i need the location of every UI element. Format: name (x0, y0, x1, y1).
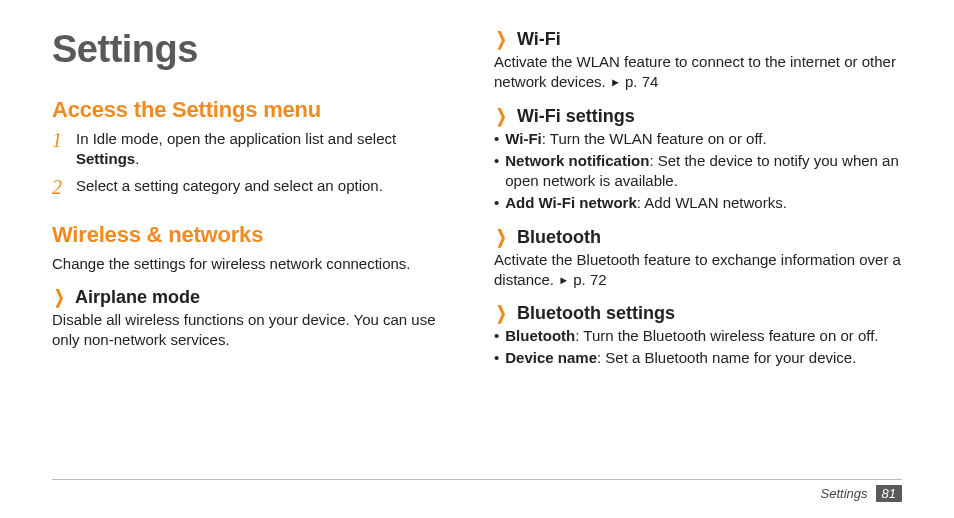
footer-page-number: 81 (876, 485, 902, 502)
bluetooth-settings-item-0-bold: Bluetooth (505, 327, 575, 344)
chevron-right-icon: ❯ (496, 28, 507, 50)
wifi-settings-item-0-bold: Wi-Fi (505, 130, 542, 147)
wifi-heading: Wi-Fi (517, 29, 561, 50)
chevron-right-icon: ❯ (496, 302, 507, 324)
step-1-post: . (135, 150, 139, 167)
left-column: Settings Access the Settings menu 1 In I… (52, 28, 460, 478)
footer-section-label: Settings (821, 486, 868, 501)
bluetooth-heading-row: ❯ Bluetooth (494, 226, 902, 248)
step-1-bold: Settings (76, 150, 135, 167)
step-2-number: 2 (52, 176, 68, 198)
bullet-icon: • (494, 326, 499, 346)
bluetooth-body: Activate the Bluetooth feature to exchan… (494, 250, 902, 291)
bullet-icon: • (494, 193, 499, 213)
wireless-networks-body: Change the settings for wireless network… (52, 254, 460, 274)
bluetooth-settings-item-1-bold: Device name (505, 349, 597, 366)
bluetooth-settings-item-0: • Bluetooth: Turn the Bluetooth wireless… (494, 326, 902, 346)
bullet-icon: • (494, 129, 499, 149)
bullet-icon: • (494, 151, 499, 171)
wifi-settings-item-0-rest: : Turn the WLAN feature on or off. (542, 130, 767, 147)
page-title: Settings (52, 28, 460, 71)
step-1-text: In Idle mode, open the application list … (76, 129, 460, 170)
step-1: 1 In Idle mode, open the application lis… (52, 129, 460, 170)
wifi-body: Activate the WLAN feature to connect to … (494, 52, 902, 93)
wifi-settings-item-2-rest: : Add WLAN networks. (637, 194, 787, 211)
bluetooth-ref: p. 72 (573, 271, 606, 288)
step-2-pre: Select a setting category and select an … (76, 177, 383, 194)
chevron-right-icon: ❯ (496, 226, 507, 248)
wifi-settings-item-1-bold: Network notification (505, 152, 649, 169)
step-2-text: Select a setting category and select an … (76, 176, 383, 196)
step-2: 2 Select a setting category and select a… (52, 176, 460, 198)
step-1-pre: In Idle mode, open the application list … (76, 130, 396, 147)
wifi-settings-item-2-bold: Add Wi-Fi network (505, 194, 637, 211)
wifi-body-pre: Activate the WLAN feature to connect to … (494, 53, 896, 90)
wifi-settings-heading-row: ❯ Wi-Fi settings (494, 105, 902, 127)
step-1-number: 1 (52, 129, 68, 151)
wifi-heading-row: ❯ Wi-Fi (494, 28, 902, 50)
triangle-right-icon: ► (610, 75, 621, 90)
chevron-right-icon: ❯ (496, 105, 507, 127)
footer-rule (52, 479, 902, 480)
right-column: ❯ Wi-Fi Activate the WLAN feature to con… (494, 28, 902, 478)
chevron-right-icon: ❯ (54, 286, 65, 308)
wifi-settings-item-0: • Wi-Fi: Turn the WLAN feature on or off… (494, 129, 902, 149)
wifi-settings-item-2: • Add Wi-Fi network: Add WLAN networks. (494, 193, 902, 213)
wifi-ref: p. 74 (625, 73, 658, 90)
bullet-icon: • (494, 348, 499, 368)
bluetooth-body-pre: Activate the Bluetooth feature to exchan… (494, 251, 901, 288)
airplane-mode-heading: Airplane mode (75, 287, 200, 308)
bluetooth-settings-heading: Bluetooth settings (517, 303, 675, 324)
bluetooth-settings-heading-row: ❯ Bluetooth settings (494, 302, 902, 324)
bluetooth-settings-item-0-rest: : Turn the Bluetooth wireless feature on… (575, 327, 878, 344)
heading-wireless-networks: Wireless & networks (52, 222, 460, 248)
bluetooth-heading: Bluetooth (517, 227, 601, 248)
wifi-settings-heading: Wi-Fi settings (517, 106, 635, 127)
bluetooth-settings-item-1-rest: : Set a Bluetooth name for your device. (597, 349, 856, 366)
airplane-mode-body: Disable all wireless functions on your d… (52, 310, 460, 351)
heading-access-settings: Access the Settings menu (52, 97, 460, 123)
triangle-right-icon: ► (558, 273, 569, 288)
bluetooth-settings-item-1: • Device name: Set a Bluetooth name for … (494, 348, 902, 368)
wifi-settings-item-1: • Network notification: Set the device t… (494, 151, 902, 192)
airplane-mode-heading-row: ❯ Airplane mode (52, 286, 460, 308)
page-footer: Settings 81 (821, 485, 902, 502)
